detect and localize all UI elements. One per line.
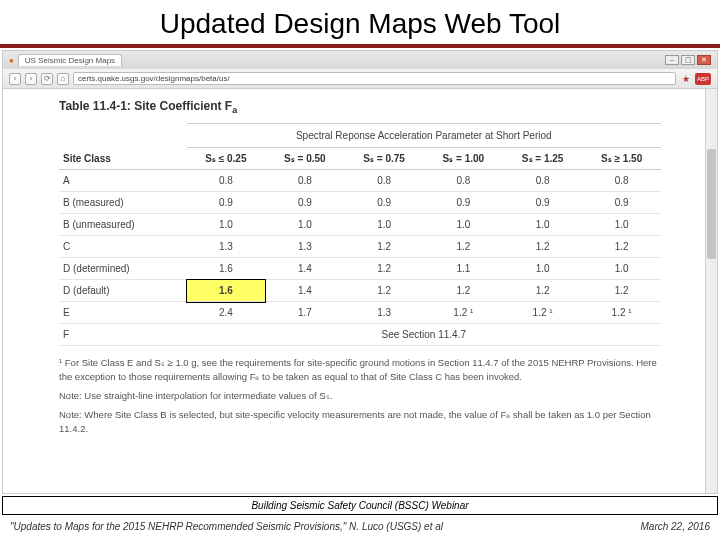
cell: 1.2	[344, 258, 423, 280]
cell: 1.0	[344, 214, 423, 236]
table-header-row: Site Class Sₛ ≤ 0.25Sₛ = 0.50Sₛ = 0.75Sₛ…	[59, 148, 661, 170]
slide: Updated Design Maps Web Tool ● US Seismi…	[0, 0, 720, 540]
cell: 0.9	[265, 192, 344, 214]
cell: 0.8	[503, 170, 582, 192]
cell: 0.9	[582, 192, 661, 214]
cell: 1.2	[582, 236, 661, 258]
note-3: Note: Where Site Class B is selected, bu…	[59, 408, 661, 435]
cell: 1.0	[265, 214, 344, 236]
cell: 1.3	[344, 302, 423, 324]
cell: 1.6	[187, 280, 266, 302]
cell: 1.0	[424, 214, 503, 236]
cell: 1.2	[344, 236, 423, 258]
row-label: B (unmeasured)	[59, 214, 187, 236]
cell: 1.2	[424, 236, 503, 258]
footer: "Updates to Maps for the 2015 NEHRP Reco…	[0, 515, 720, 540]
col-header: Sₛ = 0.75	[344, 148, 423, 170]
toolbar-end-icons: ★ ABP	[680, 73, 711, 85]
cell: 0.8	[187, 170, 266, 192]
col-header: Sₛ ≥ 1.50	[582, 148, 661, 170]
cell: 0.9	[424, 192, 503, 214]
notes: ¹ For Site Class E and Sₛ ≥ 1.0 g, see t…	[59, 356, 661, 434]
maximize-button[interactable]: ▢	[681, 55, 695, 65]
table-row: D (determined)1.61.41.21.11.01.0	[59, 258, 661, 280]
cell: 1.3	[265, 236, 344, 258]
minimize-button[interactable]: –	[665, 55, 679, 65]
close-button[interactable]: ✕	[697, 55, 711, 65]
title-wrap: Updated Design Maps Web Tool	[0, 0, 720, 50]
table-row: E2.41.71.31.2 ¹1.2 ¹1.2 ¹	[59, 302, 661, 324]
row-span-cell: See Section 11.4.7	[187, 324, 661, 346]
cell: 0.9	[344, 192, 423, 214]
cell: 1.2	[582, 280, 661, 302]
row-label: D (default)	[59, 280, 187, 302]
forward-icon[interactable]: ›	[25, 73, 37, 85]
window-controls: – ▢ ✕	[665, 55, 711, 65]
cell: 1.2	[344, 280, 423, 302]
url-field[interactable]: certs.quake.usgs.gov/designmaps/beta/us/	[73, 72, 676, 85]
footer-date: March 22, 2016	[641, 521, 711, 532]
cell: 1.7	[265, 302, 344, 324]
table-title-prefix: Table 11.4-1: Site Coefficient	[59, 99, 225, 113]
footer-citation: "Updates to Maps for the 2015 NEHRP Reco…	[10, 521, 443, 532]
browser-tabbar: ● US Seismic Design Maps – ▢ ✕	[3, 51, 717, 69]
page-title: Updated Design Maps Web Tool	[0, 8, 720, 40]
cell: 0.8	[424, 170, 503, 192]
cell: 1.2	[503, 280, 582, 302]
ribbon-banner: Building Seismic Safety Council (BSSC) W…	[2, 496, 718, 515]
cell: 0.9	[187, 192, 266, 214]
browser-addressbar: ‹ › ⟳ ⌂ certs.quake.usgs.gov/designmaps/…	[3, 69, 717, 89]
cell: 2.4	[187, 302, 266, 324]
cell: 1.0	[187, 214, 266, 236]
col-header: Sₛ = 0.50	[265, 148, 344, 170]
table-title-sub: a	[232, 105, 237, 115]
cell: 1.4	[265, 280, 344, 302]
col-header: Sₛ = 1.00	[424, 148, 503, 170]
back-icon[interactable]: ‹	[9, 73, 21, 85]
abp-icon[interactable]: ABP	[695, 73, 711, 85]
row-label: E	[59, 302, 187, 324]
firefox-icon: ●	[9, 56, 14, 65]
cell: 1.4	[265, 258, 344, 280]
table-row: D (default)1.61.41.21.21.21.2	[59, 280, 661, 302]
cell: 1.2 ¹	[582, 302, 661, 324]
browser-tab[interactable]: US Seismic Design Maps	[18, 54, 122, 66]
table-title: Table 11.4-1: Site Coefficient Fa	[59, 99, 661, 115]
cell: 1.2	[424, 280, 503, 302]
cell: 1.0	[582, 258, 661, 280]
cell: 0.8	[582, 170, 661, 192]
note-2: Note: Use straight-line interpolation fo…	[59, 389, 661, 402]
table-span-header: Spectral Reponse Acceleration Parameter …	[187, 124, 661, 148]
cell: 1.2	[503, 236, 582, 258]
cell: 1.0	[582, 214, 661, 236]
scrollbar-thumb[interactable]	[707, 149, 716, 259]
note-1: ¹ For Site Class E and Sₛ ≥ 1.0 g, see t…	[59, 356, 661, 383]
row-label: A	[59, 170, 187, 192]
col-header: Sₛ = 1.25	[503, 148, 582, 170]
table-row: C1.31.31.21.21.21.2	[59, 236, 661, 258]
home-icon[interactable]: ⌂	[57, 73, 69, 85]
row-label: F	[59, 324, 187, 346]
cell: 1.3	[187, 236, 266, 258]
row-label: C	[59, 236, 187, 258]
cell: 1.0	[503, 258, 582, 280]
cell: 0.8	[344, 170, 423, 192]
title-rule	[0, 44, 720, 48]
cell: 0.9	[503, 192, 582, 214]
table-body: A0.80.80.80.80.80.8B (measured)0.90.90.9…	[59, 170, 661, 346]
cell: 1.0	[503, 214, 582, 236]
cell: 0.8	[265, 170, 344, 192]
bookmark-icon[interactable]: ★	[680, 73, 692, 85]
cell: 1.2 ¹	[424, 302, 503, 324]
row-label: D (determined)	[59, 258, 187, 280]
table-row: A0.80.80.80.80.80.8	[59, 170, 661, 192]
col-header: Sₛ ≤ 0.25	[187, 148, 266, 170]
table-row: B (measured)0.90.90.90.90.90.9	[59, 192, 661, 214]
scrollbar[interactable]	[705, 89, 717, 493]
cell: 1.2 ¹	[503, 302, 582, 324]
cell: 1.6	[187, 258, 266, 280]
col-siteclass: Site Class	[59, 148, 187, 170]
cell: 1.1	[424, 258, 503, 280]
table-row: B (unmeasured)1.01.01.01.01.01.0	[59, 214, 661, 236]
reload-icon[interactable]: ⟳	[41, 73, 53, 85]
